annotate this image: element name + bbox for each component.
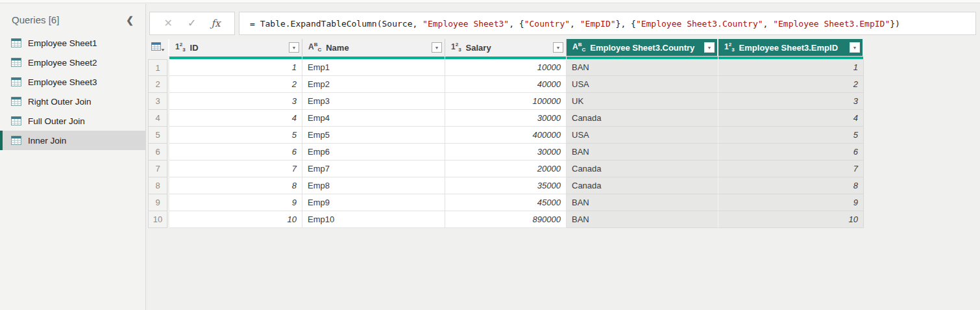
- sidebar-item-right-outer-join[interactable]: Right Outer Join: [0, 92, 145, 111]
- cell-id[interactable]: 9: [169, 194, 302, 211]
- filter-dropdown-button[interactable]: ▼: [432, 42, 442, 53]
- row-number[interactable]: 5: [148, 127, 167, 144]
- cell-employee-sheet3-empid[interactable]: 4: [718, 110, 864, 127]
- table-icon: [11, 116, 22, 126]
- query-name: Inner Join: [28, 136, 66, 146]
- collapse-pane-icon[interactable]: ❮: [121, 15, 139, 25]
- cell-id[interactable]: 2: [169, 76, 302, 93]
- cell-salary[interactable]: 40000: [445, 76, 567, 93]
- cell-id[interactable]: 3: [169, 93, 302, 110]
- confirm-formula-icon[interactable]: ✓: [188, 18, 196, 29]
- cell-employee-sheet3-country[interactable]: BAN: [567, 194, 718, 211]
- row-number[interactable]: 2: [148, 76, 167, 93]
- cell-id[interactable]: 1: [169, 59, 302, 76]
- cell-employee-sheet3-empid[interactable]: 2: [718, 76, 864, 93]
- cell-salary[interactable]: 100000: [445, 93, 567, 110]
- chevron-down-icon: ▼: [292, 45, 297, 50]
- sidebar-item-employee-sheet3[interactable]: Employee Sheet3: [0, 72, 145, 92]
- table-row: 66Emp630000BAN6: [148, 144, 864, 161]
- row-number[interactable]: 7: [148, 161, 167, 177]
- header-row: 123ID▼ABCName▼123Salary▼ABCEmployee Shee…: [148, 39, 864, 56]
- cancel-formula-icon[interactable]: ✕: [164, 18, 173, 29]
- text-type-icon[interactable]: ABC: [572, 42, 585, 53]
- cell-salary[interactable]: 890000: [445, 211, 567, 228]
- cell-employee-sheet3-empid[interactable]: 9: [718, 194, 864, 211]
- filter-dropdown-button[interactable]: ▼: [289, 42, 299, 53]
- formula-input[interactable]: = Table.ExpandTableColumn(Source, "Emplo…: [239, 12, 976, 35]
- cell-id[interactable]: 4: [169, 110, 302, 127]
- cell-id[interactable]: 6: [169, 144, 302, 161]
- cell-name[interactable]: Emp1: [302, 59, 445, 76]
- column-header-name[interactable]: ABCName▼: [302, 39, 445, 56]
- cell-salary[interactable]: 30000: [445, 110, 567, 127]
- cell-employee-sheet3-country[interactable]: BAN: [567, 144, 718, 161]
- filter-dropdown-button[interactable]: ▼: [850, 42, 860, 53]
- cell-employee-sheet3-country[interactable]: USA: [567, 127, 718, 144]
- row-number[interactable]: 9: [148, 194, 167, 211]
- number-type-icon[interactable]: 123: [451, 42, 461, 53]
- cell-salary[interactable]: 20000: [445, 161, 567, 177]
- cell-salary[interactable]: 400000: [445, 127, 567, 144]
- cell-employee-sheet3-country[interactable]: Canada: [567, 110, 718, 127]
- cell-employee-sheet3-country[interactable]: BAN: [567, 59, 718, 76]
- row-number[interactable]: 1: [148, 59, 167, 76]
- number-type-icon[interactable]: 123: [724, 42, 735, 53]
- cell-id[interactable]: 10: [169, 211, 302, 228]
- queries-pane-title: Queries [6]: [12, 14, 121, 25]
- cell-employee-sheet3-country[interactable]: BAN: [567, 211, 718, 228]
- row-number[interactable]: 3: [148, 93, 167, 110]
- cell-name[interactable]: Emp2: [302, 76, 445, 93]
- table-row: 22Emp240000USA2: [148, 76, 864, 93]
- cell-salary[interactable]: 10000: [445, 59, 567, 76]
- sidebar-item-employee-sheet2[interactable]: Employee Sheet2: [0, 53, 145, 72]
- cell-salary[interactable]: 30000: [445, 144, 567, 161]
- cell-name[interactable]: Emp4: [302, 110, 445, 127]
- cell-id[interactable]: 8: [169, 177, 302, 194]
- queries-pane: Queries [6] ❮ Employee Sheet1Employee Sh…: [0, 4, 146, 310]
- sidebar-item-inner-join[interactable]: Inner Join: [0, 131, 145, 150]
- cell-employee-sheet3-empid[interactable]: 10: [718, 211, 864, 228]
- cell-name[interactable]: Emp3: [302, 93, 445, 110]
- row-number[interactable]: 4: [148, 110, 167, 127]
- cell-employee-sheet3-country[interactable]: Canada: [567, 161, 718, 177]
- formula-segment-code: , {: [509, 19, 524, 29]
- cell-salary[interactable]: 45000: [445, 194, 567, 211]
- column-header-id[interactable]: 123ID▼: [169, 39, 302, 56]
- column-name: ID: [190, 43, 284, 53]
- cell-name[interactable]: Emp10: [302, 211, 445, 228]
- cell-id[interactable]: 5: [169, 127, 302, 144]
- cell-name[interactable]: Emp7: [302, 161, 445, 177]
- row-number[interactable]: 6: [148, 144, 167, 161]
- select-all-corner-button[interactable]: [148, 39, 169, 56]
- formula-segment-code: }, {: [616, 19, 636, 29]
- text-type-icon[interactable]: ABC: [308, 42, 321, 53]
- cell-employee-sheet3-country[interactable]: USA: [567, 76, 718, 93]
- cell-employee-sheet3-country[interactable]: UK: [567, 93, 718, 110]
- cell-employee-sheet3-empid[interactable]: 1: [718, 59, 864, 76]
- sidebar-item-full-outer-join[interactable]: Full Outer Join: [0, 111, 145, 131]
- table-row: 88Emp835000Canada8: [148, 177, 864, 194]
- column-header-employee-sheet3-country[interactable]: ABCEmployee Sheet3.Country▼: [567, 39, 718, 56]
- filter-dropdown-button[interactable]: ▼: [553, 42, 563, 53]
- cell-id[interactable]: 7: [169, 161, 302, 177]
- cell-employee-sheet3-empid[interactable]: 3: [718, 93, 864, 110]
- row-number[interactable]: 10: [148, 211, 167, 228]
- formula-segment-string: "Employee Sheet3.EmpID": [773, 19, 890, 29]
- cell-name[interactable]: Emp5: [302, 127, 445, 144]
- cell-name[interactable]: Emp8: [302, 177, 445, 194]
- cell-name[interactable]: Emp6: [302, 144, 445, 161]
- column-header-salary[interactable]: 123Salary▼: [445, 39, 567, 56]
- cell-name[interactable]: Emp9: [302, 194, 445, 211]
- cell-employee-sheet3-empid[interactable]: 7: [718, 161, 864, 177]
- cell-employee-sheet3-country[interactable]: Canada: [567, 177, 718, 194]
- sidebar-item-employee-sheet1[interactable]: Employee Sheet1: [0, 33, 145, 53]
- cell-employee-sheet3-empid[interactable]: 5: [718, 127, 864, 144]
- column-header-employee-sheet3-empid[interactable]: 123Employee Sheet3.EmpID▼: [718, 39, 864, 56]
- cell-employee-sheet3-empid[interactable]: 6: [718, 144, 864, 161]
- cell-employee-sheet3-empid[interactable]: 8: [718, 177, 864, 194]
- cell-salary[interactable]: 35000: [445, 177, 567, 194]
- row-number[interactable]: 8: [148, 177, 167, 194]
- filter-dropdown-button[interactable]: ▼: [704, 42, 715, 53]
- fx-icon[interactable]: ƒx: [211, 19, 220, 29]
- number-type-icon[interactable]: 123: [175, 42, 186, 53]
